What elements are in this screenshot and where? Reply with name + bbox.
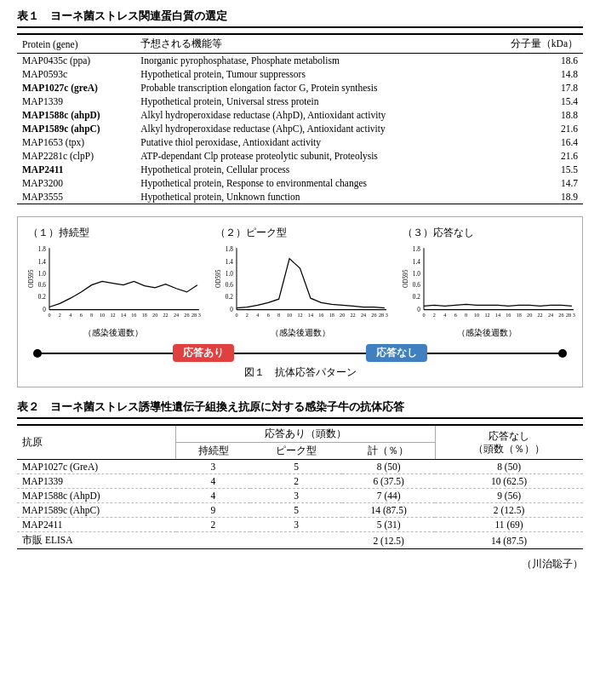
persistent-cell: 4 [176,474,250,489]
svg-text:1.4: 1.4 [38,259,46,266]
chart3-svg-wrap: 0 0.2 0.6 1.0 1.4 1.8 OD595 0 2 4 6 8 10… [399,244,575,326]
gene-cell: MAP2411 [17,163,135,176]
function-cell: Inorganic pyrophosphatase, Phosphate met… [135,54,478,68]
dot-left [33,349,42,358]
col-persistent-header: 持続型 [176,443,250,460]
table-row: MAP2411Hypothetical protein, Cellular pr… [17,163,583,176]
svg-text:1.0: 1.0 [413,271,420,278]
svg-text:2: 2 [433,312,436,318]
mw-cell: 14.7 [478,176,583,190]
mw-cell: 15.5 [478,163,583,176]
svg-text:16: 16 [506,312,511,318]
antigen-cell: 市販 ELISA [17,532,176,549]
svg-text:18: 18 [517,312,522,318]
chart2: （２）ピーク型 0 0.2 0.6 1.0 1.4 1.8 OD595 0 2 … [212,226,388,339]
svg-text:14: 14 [121,312,126,318]
chart1-svg: 0 0.2 0.6 1.0 1.4 1.8 OD595 0 2 4 6 8 10… [25,244,201,323]
peak-cell: 5 [250,503,342,518]
table2: 抗原 応答あり（頭数） 応答なし（頭数（％）） 持続型 ピーク型 計（％） MA… [17,424,583,549]
chart1-svg-wrap: 0 0.2 0.6 1.0 1.4 1.8 OD595 0 2 4 6 8 10… [25,244,201,326]
table-row: MAP1027c (GreA)358 (50)8 (50) [17,460,583,474]
total-cell: 5 (31) [342,518,435,532]
svg-text:2: 2 [246,312,249,318]
svg-text:OD595: OD595 [215,269,222,288]
svg-text:10: 10 [287,312,292,318]
svg-text:26: 26 [184,312,189,318]
chart2-xlabel: （感染後週数） [212,327,388,339]
svg-text:0: 0 [48,312,50,318]
total-cell: 14 (87.5) [342,503,435,518]
chart1-xlabel: （感染後週数） [25,327,201,339]
mw-cell: 14.8 [478,67,583,81]
svg-text:18: 18 [142,312,147,318]
svg-text:8: 8 [90,312,93,318]
svg-text:20: 20 [527,312,532,318]
table-row: MAP1589c (ahpC)Alkyl hydroperoxidase red… [17,122,583,135]
total-cell: 8 (50) [342,460,435,474]
svg-text:6: 6 [267,312,270,318]
svg-text:1.0: 1.0 [38,271,46,278]
table-row: MAP0593cHypothetical protein, Tumour sup… [17,67,583,81]
svg-text:14: 14 [495,312,500,318]
total-cell: 7 (44) [342,489,435,503]
svg-text:0: 0 [422,312,425,318]
response-no-badge: 応答なし [366,344,427,362]
peak-cell: 5 [250,460,342,474]
col-header-function: 予想される機能等 [135,34,478,54]
chart-row: （１）持続型 0 0.2 0.6 1.0 1.4 1.8 OD595 [25,226,575,339]
svg-text:1.4: 1.4 [413,259,420,266]
svg-text:12: 12 [110,312,115,318]
svg-text:1.4: 1.4 [226,259,233,266]
persistent-cell: 2 [176,518,250,532]
svg-text:4: 4 [256,312,259,318]
mw-cell: 18.9 [478,190,583,204]
antigen-cell: MAP1339 [17,474,176,489]
table-row: MAP1653 (tpx)Putative thiol peroxidase, … [17,135,583,149]
gene-cell: MAP1588c (ahpD) [17,108,135,122]
no-response-cell: 14 (87.5) [435,532,583,549]
svg-text:24: 24 [174,312,179,318]
svg-text:1.8: 1.8 [413,246,420,253]
col-response-yes-header: 応答あり（頭数） [176,425,435,443]
persistent-cell: 9 [176,503,250,518]
svg-text:1.8: 1.8 [38,246,46,253]
gene-cell: MAP1339 [17,95,135,108]
svg-text:4: 4 [69,312,71,318]
svg-text:26: 26 [371,312,376,318]
no-response-cell: 11 (69) [435,518,583,532]
no-response-cell: 9 (56) [435,489,583,503]
svg-text:26: 26 [558,312,563,318]
author: （川治聡子） [17,558,583,571]
col-antigen-header: 抗原 [17,425,176,460]
mw-cell: 18.8 [478,108,583,122]
antigen-cell: MAP2411 [17,518,176,532]
mw-cell: 18.6 [478,54,583,68]
svg-text:0.6: 0.6 [38,282,46,289]
svg-text:0.2: 0.2 [413,294,420,301]
table-row: MAP1027c (greA)Probable transcription el… [17,81,583,95]
svg-text:28 30: 28 30 [191,312,201,318]
table-row: MAP1339Hypothetical protein, Universal s… [17,95,583,108]
gene-cell: MAP1653 (tpx) [17,135,135,149]
table2-section: 表２ ヨーネ菌ストレス誘導性遺伝子組換え抗原に対する感染子牛の抗体応答 抗原 応… [17,399,583,549]
function-cell: Putative thiol peroxidase, Antioxidant a… [135,135,478,149]
gene-cell: MAP0593c [17,67,135,81]
svg-text:24: 24 [361,312,366,318]
function-cell: Hypothetical protein, Cellular process [135,163,478,176]
function-cell: Alkyl hydroperoxidase reductase (AhpD), … [135,108,478,122]
total-cell: 2 (12.5) [342,532,435,549]
antigen-cell: MAP1027c (GreA) [17,460,176,474]
table-row: MAP3555Hypothetical protein, Unknown fun… [17,190,583,204]
chart3-xlabel: （感染後週数） [399,327,575,339]
svg-text:0: 0 [235,312,237,318]
table-row: MAP0435c (ppa)Inorganic pyrophosphatase,… [17,54,583,68]
function-cell: Alkyl hydroperoxidase reductase (AhpC), … [135,122,478,135]
svg-text:22: 22 [351,312,356,318]
mw-cell: 16.4 [478,135,583,149]
function-cell: Hypothetical protein, Unknown function [135,190,478,204]
table1-title: 表１ ヨーネ菌ストレス関連蛋白質の選定 [17,9,583,28]
svg-text:2: 2 [59,312,61,318]
col-header-mw: 分子量（kDa） [478,34,583,54]
antigen-cell: MAP1589c (AhpC) [17,503,176,518]
gene-cell: MAP3200 [17,176,135,190]
